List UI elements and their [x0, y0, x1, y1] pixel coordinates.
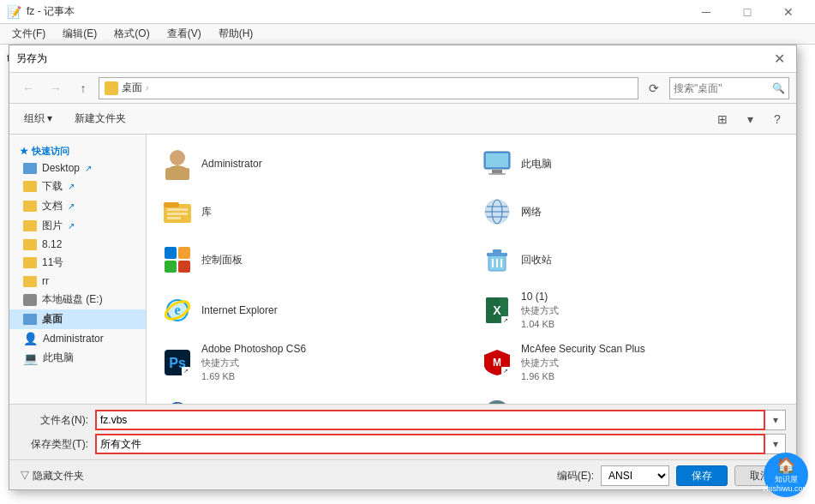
menu-bar: 文件(F) 编辑(E) 格式(O) 查看(V) 帮助(H)	[0, 24, 815, 45]
window-title: fz - 记事本	[27, 4, 75, 19]
maximize-button[interactable]: □	[728, 0, 767, 24]
menu-edit[interactable]: 编辑(E)	[54, 25, 105, 43]
menu-help[interactable]: 帮助(H)	[210, 25, 262, 43]
menu-view[interactable]: 查看(V)	[159, 25, 210, 43]
close-button[interactable]: ✕	[769, 0, 808, 24]
title-bar-controls: ─ □ ✕	[686, 0, 808, 24]
app-icon: 📝	[7, 5, 21, 19]
menu-format[interactable]: 格式(O)	[105, 25, 158, 43]
menu-file[interactable]: 文件(F)	[3, 25, 54, 43]
title-bar: 📝 fz - 记事本 ─ □ ✕	[0, 0, 815, 24]
minimize-button[interactable]: ─	[686, 0, 726, 24]
title-bar-left: 📝 fz - 记事本	[7, 4, 75, 19]
